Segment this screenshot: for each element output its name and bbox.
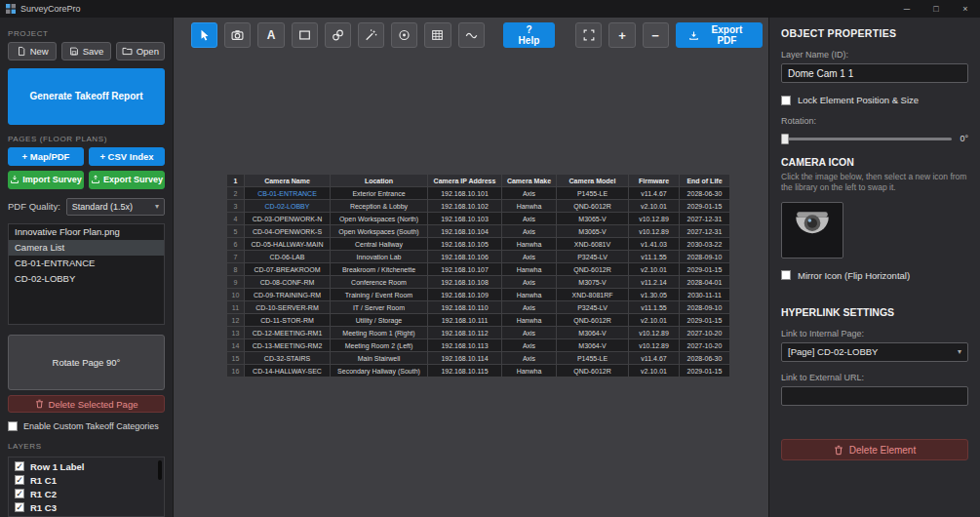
- main-toolbar: A ? Help + −: [191, 21, 763, 49]
- add-csv-index-button[interactable]: + CSV Index: [89, 147, 165, 166]
- table-cell: 2030-03-22: [680, 238, 730, 251]
- wand-icon: [364, 28, 378, 42]
- table-cell: XND-6081V: [557, 238, 629, 251]
- table-cell: 2027-12-31: [680, 225, 730, 238]
- delete-element-button[interactable]: Delete Element: [781, 439, 968, 460]
- camera-name-cell[interactable]: CD-02-LOBBY: [245, 200, 331, 213]
- layer-list-item[interactable]: ✓Row 1 Label: [9, 459, 164, 473]
- fullscreen-button[interactable]: [575, 22, 602, 48]
- layers-section-label: LAYERS: [8, 442, 165, 451]
- add-map-pdf-button[interactable]: + Map/PDF: [8, 147, 84, 166]
- table-cell: Axis: [502, 301, 557, 314]
- scrollbar-thumb[interactable]: [158, 460, 162, 480]
- maximize-button[interactable]: □: [921, 0, 951, 18]
- open-button[interactable]: Open: [116, 42, 165, 60]
- select-tool-button[interactable]: [191, 22, 217, 48]
- page-list-item[interactable]: Innovative Floor Plan.png: [9, 224, 164, 240]
- camera-table-container: 1Camera NameLocationCamera IP AddressCam…: [226, 174, 730, 378]
- import-survey-button[interactable]: Import Survey: [8, 171, 84, 189]
- layer-list-item[interactable]: ✓R1 C3: [9, 500, 164, 514]
- layer-list-item[interactable]: ✓R1 C2: [9, 487, 164, 500]
- canvas-area[interactable]: A ? Help + −: [174, 18, 768, 517]
- camera-table-body: 1Camera NameLocationCamera IP AddressCam…: [227, 175, 730, 378]
- target-tool-button[interactable]: [391, 22, 417, 48]
- table-cell: v11.2.14: [629, 276, 680, 289]
- close-button[interactable]: ×: [951, 0, 980, 18]
- generate-takeoff-report-button[interactable]: Generate Takeoff Report: [8, 68, 165, 125]
- link-tool-button[interactable]: [325, 22, 351, 48]
- custom-categories-checkbox[interactable]: Enable Custom Takeoff Categories: [8, 421, 165, 431]
- app-window: SurveyCorePro ─ □ × PROJECT New Save Ope…: [0, 0, 980, 517]
- minimize-button[interactable]: ─: [892, 0, 921, 18]
- table-cell: 192.168.10.105: [428, 238, 502, 251]
- delete-selected-page-button[interactable]: Delete Selected Page: [8, 395, 165, 413]
- zoom-out-button[interactable]: −: [643, 22, 669, 48]
- page-list-item[interactable]: CB-01-ENTRANCE: [9, 256, 164, 271]
- cursor-icon: [198, 28, 212, 42]
- pdf-quality-select[interactable]: Standard (1.5x) ▾: [66, 198, 165, 216]
- table-cell: v10.12.89: [629, 339, 680, 352]
- export-pdf-button[interactable]: Export PDF: [676, 22, 763, 48]
- table-cell: Axis: [502, 276, 557, 289]
- import-icon: [10, 175, 20, 184]
- table-cell: v1.41.03: [629, 238, 680, 251]
- camera-name-cell: CD-08-CONF-RM: [245, 276, 331, 289]
- help-button[interactable]: ? Help: [503, 22, 555, 48]
- page-list-item[interactable]: CD-02-LOBBY: [9, 271, 164, 287]
- camera-tool-button[interactable]: [224, 22, 251, 48]
- table-cell: v2.10.01: [629, 314, 680, 327]
- wave-tool-button[interactable]: [458, 22, 485, 48]
- title-bar: SurveyCorePro ─ □ ×: [0, 0, 980, 18]
- lock-position-label: Lock Element Position & Size: [798, 95, 919, 105]
- table-cell: 192.168.10.106: [428, 251, 502, 263]
- table-header-cell: Camera Model: [557, 175, 629, 187]
- internal-page-select[interactable]: [Page] CD-02-LOBBY ▾: [781, 342, 968, 362]
- layer-list-item[interactable]: ✓R1 C1: [9, 473, 164, 487]
- grid-tool-button[interactable]: [424, 22, 451, 48]
- table-cell: Innovation Lab: [331, 251, 428, 263]
- rotation-slider[interactable]: 0°: [781, 134, 968, 143]
- page-list-item[interactable]: Camera List: [9, 240, 164, 256]
- camera-name-cell: CD-04-OPENWORK-S: [245, 225, 331, 238]
- export-survey-button[interactable]: Export Survey: [89, 171, 165, 189]
- external-url-input[interactable]: [781, 386, 968, 406]
- table-cell: 2028-09-10: [680, 301, 730, 314]
- rotate-page-button[interactable]: Rotate Page 90°: [8, 335, 165, 391]
- wand-tool-button[interactable]: [358, 22, 384, 48]
- camera-icon-help-text: Click the image below, then select a new…: [781, 172, 968, 194]
- layer-name-label: Layer Name (ID):: [781, 50, 968, 60]
- lock-position-checkbox[interactable]: Lock Element Position & Size: [781, 95, 968, 105]
- rotation-slider-track[interactable]: [781, 138, 952, 140]
- trash-icon: [834, 445, 843, 456]
- zoom-in-button[interactable]: +: [608, 22, 635, 48]
- table-cell: 192.168.10.113: [428, 339, 502, 352]
- new-button[interactable]: New: [8, 42, 57, 60]
- camera-name-cell[interactable]: CB-01-ENTRANCE: [245, 187, 331, 200]
- page-add-buttons-row: + Map/PDF + CSV Index: [8, 147, 165, 166]
- camera-icon-thumbnail[interactable]: [781, 202, 843, 258]
- table-header-cell: Location: [331, 175, 428, 187]
- checkbox-icon: [781, 96, 791, 105]
- mirror-icon-checkbox[interactable]: Mirror Icon (Flip Horizontal): [781, 270, 968, 281]
- table-cell: QND-6012R: [557, 263, 629, 276]
- text-tool-button[interactable]: A: [257, 22, 284, 48]
- grid-icon: [430, 28, 445, 42]
- internal-page-label: Link to Internal Page:: [781, 329, 968, 338]
- checkbox-icon[interactable]: ✓: [15, 461, 24, 471]
- table-cell: Axis: [502, 225, 557, 238]
- checkbox-icon[interactable]: ✓: [15, 475, 24, 485]
- table-row: 16CD-14-HALLWAY-SECSecondary Hallway (So…: [227, 365, 730, 378]
- table-row: 7CD-06-LABInnovation Lab192.168.10.106Ax…: [227, 251, 730, 263]
- target-icon: [397, 28, 412, 42]
- table-row: 8CD-07-BREAKROOMBreakroom / Kitchenette1…: [227, 263, 730, 276]
- row-number-cell: 5: [227, 225, 245, 238]
- checkbox-icon[interactable]: ✓: [15, 489, 24, 498]
- checkbox-icon[interactable]: ✓: [15, 502, 24, 512]
- rectangle-tool-button[interactable]: [292, 22, 318, 48]
- rotation-slider-handle[interactable]: [781, 134, 789, 144]
- layer-name-input[interactable]: [781, 63, 968, 83]
- save-button[interactable]: Save: [61, 42, 110, 60]
- table-cell: Axis: [502, 213, 557, 225]
- table-row: 4CD-03-OPENWORK-NOpen Workspaces (North)…: [227, 213, 730, 225]
- row-number-cell: 2: [227, 187, 245, 200]
